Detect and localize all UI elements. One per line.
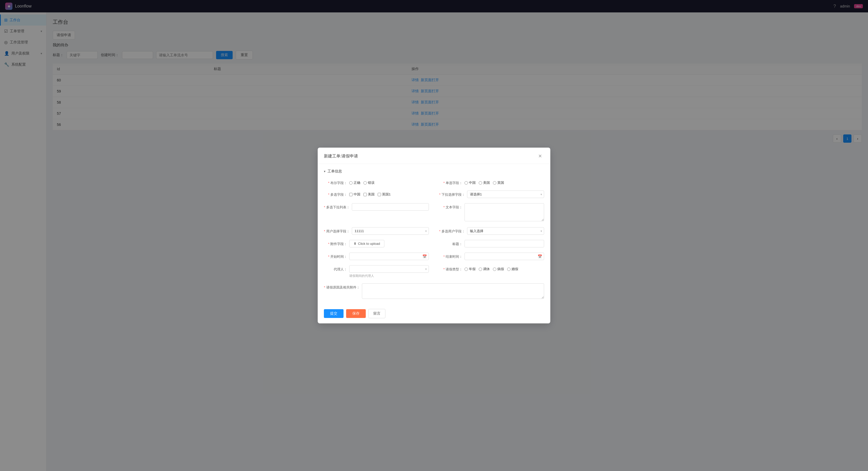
user-select-input[interactable]: 11111 (352, 227, 429, 235)
single-radio-uk[interactable] (493, 181, 496, 185)
bool-option-correct[interactable]: 正确 (349, 181, 360, 185)
user-select-wrapper: 11111 ▾ (352, 227, 429, 235)
checkbox-china[interactable] (349, 193, 352, 196)
modal: 新建工单:请假申请 ✕ ▾ 工单信息 布尔字段： (318, 148, 550, 323)
end-time-input[interactable] (465, 253, 544, 260)
bool-field-label: 布尔字段： (324, 179, 347, 185)
multi-user-control: 输入选择 ▾ (467, 227, 544, 235)
start-time-control: 📅 (349, 253, 429, 260)
agent-hint: 请假期间的代理人 (349, 274, 429, 278)
save-button[interactable]: 保存 (346, 309, 366, 318)
leave-type-group: 年假 调休 病假 婚假 (465, 265, 544, 272)
modal-title: 新建工单:请假申请 (324, 154, 358, 159)
text-field-control (465, 203, 544, 222)
check-china[interactable]: 中国 (349, 192, 360, 197)
dropdown-wrapper: 请选择1 ▾ (467, 190, 544, 198)
multi-check-label: 多选字段： (324, 190, 347, 197)
radio-sick[interactable] (493, 268, 496, 271)
start-time-input[interactable] (349, 253, 429, 260)
modal-overlay[interactable]: 新建工单:请假申请 ✕ ▾ 工单信息 布尔字段： (0, 0, 868, 471)
bool-field-row: 布尔字段： 正确 错误 (324, 179, 429, 185)
single-option-uk[interactable]: 英国 (493, 181, 504, 185)
leave-reason-textarea[interactable] (362, 283, 544, 299)
agent-wrapper: ▾ (349, 265, 429, 273)
end-time-row: 结束时间： 📅 (439, 253, 544, 260)
bool-option-wrong[interactable]: 错误 (364, 181, 375, 185)
form-grid: 布尔字段： 正确 错误 (324, 179, 544, 300)
attachment-label: 附件字段： (324, 240, 347, 246)
start-time-label: 开始时间： (324, 253, 347, 259)
bool-radio-correct[interactable] (349, 181, 352, 185)
end-time-label: 结束时间： (439, 253, 462, 259)
bool-radio-wrong[interactable] (364, 181, 367, 185)
leave-reason-control (362, 283, 544, 300)
section-label: 工单信息 (328, 169, 342, 174)
agent-label: 代理人： (324, 265, 347, 272)
checkbox-usa[interactable] (364, 193, 367, 196)
leave-type-control: 年假 调休 病假 婚假 (465, 265, 544, 272)
multi-user-row: 多选用户字段： 输入选择 ▾ (439, 227, 544, 235)
agent-control: ▾ 请假期间的代理人 (349, 265, 429, 278)
text-field-label: 文本字段： (439, 203, 462, 210)
multi-user-input[interactable]: 输入选择 (467, 227, 544, 235)
radio-annual[interactable] (465, 268, 468, 271)
single-option-china[interactable]: 中国 (465, 181, 476, 185)
leave-reason-label: 请假原因及相关附件： (324, 283, 360, 290)
check-uk1[interactable]: 英国1 (378, 192, 391, 197)
leave-type-annual[interactable]: 年假 (465, 267, 476, 272)
single-option-usa[interactable]: 美国 (479, 181, 490, 185)
user-select-label: 用户选择字段： (324, 227, 350, 234)
dropdown-select-control: 请选择1 ▾ (467, 190, 544, 198)
leave-type-wedding[interactable]: 婚假 (507, 267, 518, 272)
end-time-wrapper: 📅 (465, 253, 544, 260)
single-radio-usa[interactable] (479, 181, 482, 185)
multi-user-label: 多选用户字段： (439, 227, 465, 234)
multi-dropdown-label: 多选下拉列表： (324, 203, 350, 210)
submit-button[interactable]: 提交 (324, 309, 344, 318)
dropdown-select-row: 下拉选择字段： 请选择1 ▾ (439, 190, 544, 198)
radio-wedding[interactable] (507, 268, 510, 271)
leave-type-adjust[interactable]: 调休 (479, 267, 490, 272)
section-toggle-icon[interactable]: ▾ (324, 169, 326, 173)
multi-dropdown-input[interactable] (352, 203, 429, 211)
agent-select[interactable] (349, 265, 429, 273)
single-radio-china[interactable] (465, 181, 468, 185)
bool-radio-group: 正确 错误 (349, 179, 429, 185)
multi-user-wrapper: 输入选择 ▾ (467, 227, 544, 235)
modal-close-button[interactable]: ✕ (536, 152, 544, 160)
end-time-control: 📅 (465, 253, 544, 260)
single-select-control: 中国 美国 英国 (465, 179, 544, 185)
bool-field-control: 正确 错误 (349, 179, 429, 185)
title-field-label: 标题： (439, 240, 462, 246)
title-field-input[interactable] (465, 240, 544, 247)
user-select-control: 11111 ▾ (352, 227, 429, 235)
agent-row: 代理人： ▾ 请假期间的代理人 (324, 265, 429, 278)
attachment-row: 附件字段： ⬆ Click to upload (324, 240, 429, 247)
leave-type-label: 请假类型： (439, 265, 462, 272)
modal-body: ▾ 工单信息 布尔字段： 正确 (318, 164, 550, 305)
dropdown-select-input[interactable]: 请选择1 (467, 190, 544, 198)
upload-text: Click to upload (358, 242, 380, 246)
dropdown-select-label: 下拉选择字段： (439, 190, 465, 197)
comment-button[interactable]: 留言 (368, 309, 385, 318)
start-time-row: 开始时间： 📅 (324, 253, 429, 260)
single-radio-group: 中国 美国 英国 (465, 179, 544, 185)
multi-dropdown-control (352, 203, 429, 211)
radio-adjust[interactable] (479, 268, 482, 271)
modal-header: 新建工单:请假申请 ✕ (318, 148, 550, 164)
text-field-textarea[interactable] (465, 203, 544, 221)
leave-type-sick[interactable]: 病假 (493, 267, 504, 272)
leave-reason-row: 请假原因及相关附件： (324, 283, 544, 300)
title-field-control (465, 240, 544, 247)
upload-button[interactable]: ⬆ Click to upload (349, 240, 384, 247)
upload-icon: ⬆ (353, 242, 356, 246)
modal-footer: 提交 保存 留言 (318, 305, 550, 323)
multi-checkbox-group: 中国 美国 英国1 (349, 190, 429, 197)
title-field-row: 标题： (439, 240, 544, 247)
leave-type-row: 请假类型： 年假 调休 (439, 265, 544, 278)
section-header: ▾ 工单信息 (324, 169, 544, 174)
checkbox-uk1[interactable] (378, 193, 381, 196)
multi-check-control: 中国 美国 英国1 (349, 190, 429, 197)
single-select-label: 单选字段： (439, 179, 462, 185)
check-usa[interactable]: 美国 (364, 192, 375, 197)
